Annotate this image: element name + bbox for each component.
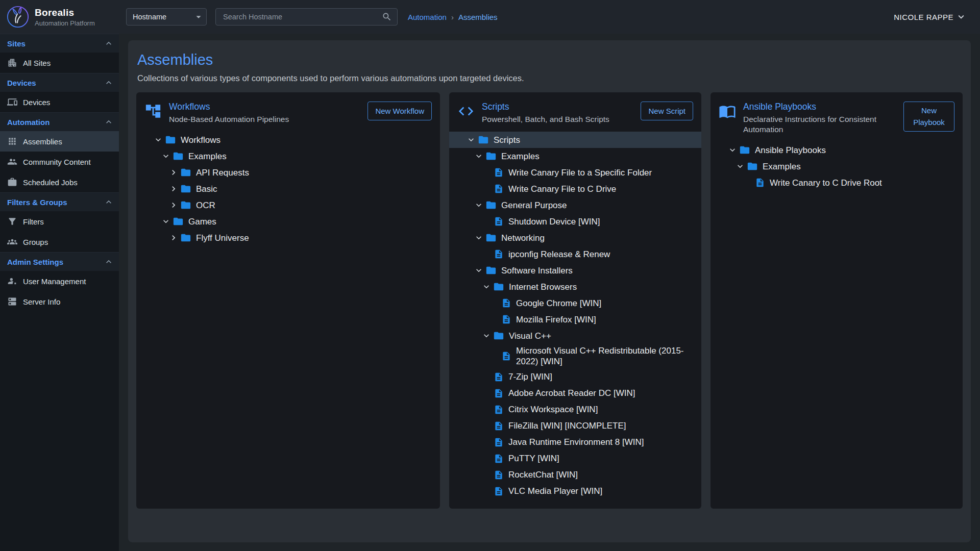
tree-item-label: VLC Media Player [WIN]	[508, 484, 602, 498]
chevron-down-icon[interactable]	[160, 151, 172, 162]
sidebar-item-all-sites[interactable]: All Sites	[0, 53, 119, 73]
sidebar-item-filters[interactable]: Filters	[0, 211, 119, 232]
chevron-down-icon[interactable]	[473, 265, 484, 276]
tree-file-shutdown-device-win[interactable]: Shutdown Device [WIN]	[449, 213, 701, 230]
new-script-button[interactable]: New Script	[641, 102, 693, 120]
tree-folder-networking[interactable]: Networking	[449, 230, 701, 246]
file-icon	[494, 216, 504, 227]
tree-file-adobe-acrobat-reader-dc-win[interactable]: Adobe Acrobat Reader DC [WIN]	[449, 385, 701, 402]
file-icon	[501, 298, 511, 308]
tree-folder-scripts[interactable]: Scripts	[449, 132, 701, 148]
chevron-up-icon[interactable]	[104, 257, 114, 267]
sidebar-item-community-content[interactable]: Community Content	[0, 152, 119, 172]
sidebar-item-assemblies[interactable]: Assemblies	[0, 131, 119, 152]
tree-file-filezilla-win-incomplete[interactable]: FileZilla [WIN] [INCOMPLETE]	[449, 418, 701, 434]
chevron-down-icon[interactable]	[160, 216, 172, 227]
tree-folder-api-requests[interactable]: API Requests	[136, 164, 440, 181]
tree-file-mozilla-firefox-win[interactable]: Mozilla Firefox [WIN]	[449, 311, 701, 328]
chevron-right-icon[interactable]	[168, 199, 179, 211]
chevron-up-icon[interactable]	[104, 117, 114, 127]
folder-icon	[180, 199, 191, 211]
search-icon[interactable]	[382, 12, 392, 22]
hostname-select[interactable]: Hostname	[126, 8, 207, 26]
chevron-up-icon[interactable]	[104, 78, 114, 88]
tree-file-write-canary-to-c-drive-root[interactable]: Write Canary to C Drive Root	[710, 174, 963, 191]
sidebar-section-filters-groups[interactable]: Filters & Groups	[0, 192, 119, 211]
sidebar-item-label: All Sites	[23, 59, 51, 67]
user-menu[interactable]: NICOLE RAPPE	[894, 11, 967, 22]
chevron-down-icon[interactable]	[727, 144, 738, 156]
card-subtitle: Node-Based Automation Pipelines	[169, 114, 289, 124]
sites-icon	[7, 58, 17, 68]
tree-folder-examples[interactable]: Examples	[449, 148, 701, 164]
chevron-down-icon[interactable]	[473, 199, 484, 211]
brand[interactable]: Borealis Automation Platform	[0, 5, 119, 29]
new-workflow-button[interactable]: New Workflow	[368, 102, 432, 120]
search-input[interactable]	[222, 12, 382, 21]
new-playbook-button[interactable]: New Playbook	[903, 102, 954, 132]
tree-folder-general-purpose[interactable]: General Purpose	[449, 197, 701, 213]
tree-folder-software-installers[interactable]: Software Installers	[449, 262, 701, 279]
chevron-down-icon[interactable]	[153, 134, 164, 145]
tree-file-putty-win[interactable]: PuTTY [WIN]	[449, 450, 701, 467]
breadcrumb-separator-icon: ›	[451, 13, 454, 21]
breadcrumb-automation[interactable]: Automation	[408, 13, 447, 21]
filters-icon	[7, 216, 17, 227]
chevron-down-icon[interactable]	[734, 161, 746, 172]
tree-folder-games[interactable]: Games	[136, 213, 440, 230]
chevron-up-icon[interactable]	[104, 38, 114, 48]
file-icon	[494, 437, 504, 447]
tree-folder-visual-c[interactable]: Visual C++	[449, 328, 701, 344]
chevron-down-icon[interactable]	[481, 281, 492, 292]
chevron-down-icon[interactable]	[473, 151, 484, 162]
chevron-right-icon[interactable]	[168, 232, 179, 243]
tree-file-google-chrome-win[interactable]: Google Chrome [WIN]	[449, 295, 701, 311]
sidebar-section-admin-settings[interactable]: Admin Settings	[0, 252, 119, 271]
hostname-select-value: Hostname	[133, 13, 166, 21]
tree-folder-flyff-universe[interactable]: Flyff Universe	[136, 230, 440, 246]
folder-icon	[180, 167, 191, 178]
tree-file-java-runtime-environment-8-win[interactable]: Java Runtime Environment 8 [WIN]	[449, 434, 701, 450]
workflow-icon	[144, 103, 162, 120]
tree-item-label: Adobe Acrobat Reader DC [WIN]	[508, 386, 635, 400]
tree-file-rocketchat-win[interactable]: RocketChat [WIN]	[449, 467, 701, 483]
sidebar-section-automation[interactable]: Automation	[0, 112, 119, 131]
tree-file-write-canary-file-to-a-specific-folder[interactable]: Write Canary File to a Specific Folder	[449, 164, 701, 181]
sidebar-section-devices[interactable]: Devices	[0, 73, 119, 92]
community-icon	[7, 157, 17, 167]
sidebar-item-server-info[interactable]: Server Info	[0, 291, 119, 312]
tree-file-ipconfig-release-renew[interactable]: ipconfig Release & Renew	[449, 246, 701, 262]
sidebar-item-groups[interactable]: Groups	[0, 232, 119, 252]
tree-item-label: RocketChat [WIN]	[508, 468, 578, 482]
sidebar-item-scheduled-jobs[interactable]: Scheduled Jobs	[0, 172, 119, 192]
sidebar-item-user-management[interactable]: User Management	[0, 271, 119, 291]
tree-file-write-canary-file-to-c-drive[interactable]: Write Canary File to C Drive	[449, 181, 701, 197]
card-title: Scripts	[482, 102, 609, 112]
assemblies-panel: Assemblies Collections of various types …	[128, 40, 971, 542]
chevron-down-icon[interactable]	[481, 330, 492, 341]
tree-folder-internet-browsers[interactable]: Internet Browsers	[449, 279, 701, 295]
tree-file-vlc-media-player-win[interactable]: VLC Media Player [WIN]	[449, 483, 701, 499]
tree-folder-examples[interactable]: Examples	[710, 158, 963, 174]
tree-folder-ansible-playbooks[interactable]: Ansible Playbooks	[710, 142, 963, 158]
tree-file-citrix-workspace-win[interactable]: Citrix Workspace [WIN]	[449, 402, 701, 418]
tree-item-label: General Purpose	[501, 198, 567, 212]
tree-folder-workflows[interactable]: Workflows	[136, 132, 440, 148]
chevron-down-icon[interactable]	[465, 134, 477, 145]
breadcrumb-assemblies[interactable]: Assemblies	[458, 13, 498, 21]
tree-item-label: Citrix Workspace [WIN]	[508, 403, 598, 416]
cards-row: WorkflowsNode-Based Automation Pipelines…	[136, 92, 963, 509]
chevron-right-icon[interactable]	[168, 167, 179, 178]
sidebar-section-sites[interactable]: Sites	[0, 34, 119, 53]
tree-file-7-zip-win[interactable]: 7-Zip [WIN]	[449, 369, 701, 385]
tree-folder-examples[interactable]: Examples	[136, 148, 440, 164]
sidebar-item-devices[interactable]: Devices	[0, 92, 119, 112]
chevron-up-icon[interactable]	[104, 197, 114, 207]
chevron-down-icon[interactable]	[473, 232, 484, 243]
tree-folder-ocr[interactable]: OCR	[136, 197, 440, 213]
tree-item-label: Shutdown Device [WIN]	[508, 215, 600, 229]
tree-folder-basic[interactable]: Basic	[136, 181, 440, 197]
chevron-right-icon[interactable]	[168, 183, 179, 194]
tree-item-label: Microsoft Visual C++ Redistributable (20…	[516, 344, 694, 369]
tree-file-microsoft-visual-c-redistributable-2015-2022-win[interactable]: Microsoft Visual C++ Redistributable (20…	[449, 344, 701, 369]
